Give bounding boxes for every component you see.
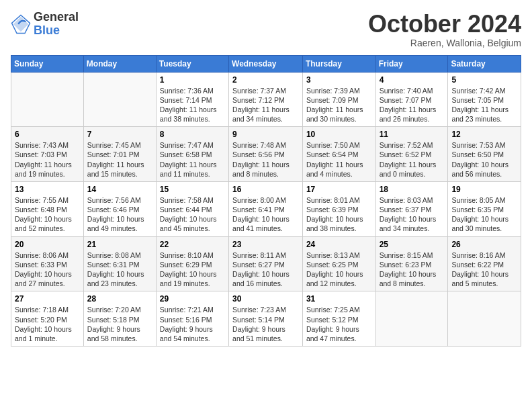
logo: General Blue: [11, 11, 79, 38]
calendar-cell: 2Sunrise: 7:37 AM Sunset: 7:12 PM Daylig…: [229, 72, 303, 127]
day-number: 7: [87, 130, 152, 139]
day-number: 31: [306, 294, 372, 304]
logo-blue: Blue: [34, 24, 79, 38]
day-info: Sunrise: 8:11 AM Sunset: 6:27 PM Dayligh…: [232, 250, 299, 289]
calendar-cell: 24Sunrise: 8:13 AM Sunset: 6:25 PM Dayli…: [302, 236, 375, 291]
calendar-cell: [448, 291, 521, 347]
day-number: 1: [160, 75, 225, 85]
day-number: 27: [15, 294, 80, 304]
calendar-cell: 1Sunrise: 7:36 AM Sunset: 7:14 PM Daylig…: [156, 72, 228, 127]
day-info: Sunrise: 7:20 AM Sunset: 5:18 PM Dayligh…: [87, 305, 152, 343]
day-number: 18: [380, 185, 445, 194]
day-number: 21: [87, 240, 152, 249]
day-number: 28: [87, 294, 152, 304]
day-info: Sunrise: 7:47 AM Sunset: 6:58 PM Dayligh…: [160, 140, 225, 179]
day-number: 24: [306, 240, 372, 249]
calendar-cell: 16Sunrise: 8:00 AM Sunset: 6:41 PM Dayli…: [229, 181, 303, 236]
logo-general: General: [34, 11, 79, 24]
page-header: General Blue October 2024 Raeren, Wallon…: [11, 11, 521, 48]
calendar-cell: 21Sunrise: 8:08 AM Sunset: 6:31 PM Dayli…: [83, 236, 156, 291]
calendar-table: SundayMondayTuesdayWednesdayThursdayFrid…: [11, 55, 521, 347]
day-number: 12: [451, 130, 517, 139]
day-info: Sunrise: 8:05 AM Sunset: 6:35 PM Dayligh…: [451, 195, 517, 234]
day-info: Sunrise: 8:06 AM Sunset: 6:33 PM Dayligh…: [15, 250, 80, 289]
calendar-week-3: 13Sunrise: 7:55 AM Sunset: 6:48 PM Dayli…: [11, 181, 521, 236]
day-info: Sunrise: 7:21 AM Sunset: 5:16 PM Dayligh…: [160, 305, 225, 343]
calendar-cell: 27Sunrise: 7:18 AM Sunset: 5:20 PM Dayli…: [11, 291, 84, 347]
day-number: 19: [451, 185, 517, 194]
day-number: 13: [15, 185, 80, 194]
day-number: 2: [232, 75, 299, 85]
header-monday: Monday: [83, 55, 156, 72]
header-thursday: Thursday: [302, 55, 375, 72]
header-tuesday: Tuesday: [156, 55, 228, 72]
day-info: Sunrise: 7:53 AM Sunset: 6:50 PM Dayligh…: [451, 140, 517, 179]
day-number: 4: [380, 75, 445, 85]
day-info: Sunrise: 7:56 AM Sunset: 6:46 PM Dayligh…: [87, 195, 152, 234]
day-number: 17: [306, 185, 372, 194]
header-wednesday: Wednesday: [229, 55, 303, 72]
calendar-body: 1Sunrise: 7:36 AM Sunset: 7:14 PM Daylig…: [11, 72, 521, 346]
calendar-cell: 28Sunrise: 7:20 AM Sunset: 5:18 PM Dayli…: [83, 291, 156, 347]
calendar-cell: 20Sunrise: 8:06 AM Sunset: 6:33 PM Dayli…: [11, 236, 84, 291]
day-info: Sunrise: 8:10 AM Sunset: 6:29 PM Dayligh…: [160, 250, 225, 289]
calendar-cell: 19Sunrise: 8:05 AM Sunset: 6:35 PM Dayli…: [448, 181, 521, 236]
calendar-cell: [83, 72, 156, 127]
calendar-cell: 31Sunrise: 7:25 AM Sunset: 5:12 PM Dayli…: [302, 291, 375, 347]
day-number: 26: [451, 240, 517, 249]
day-info: Sunrise: 8:03 AM Sunset: 6:37 PM Dayligh…: [380, 195, 445, 234]
day-number: 11: [380, 130, 445, 139]
calendar-header: SundayMondayTuesdayWednesdayThursdayFrid…: [11, 55, 521, 72]
day-number: 8: [160, 130, 225, 139]
calendar-cell: 9Sunrise: 7:48 AM Sunset: 6:56 PM Daylig…: [229, 127, 303, 182]
calendar-cell: 13Sunrise: 7:55 AM Sunset: 6:48 PM Dayli…: [11, 181, 84, 236]
calendar-cell: 6Sunrise: 7:43 AM Sunset: 7:03 PM Daylig…: [11, 127, 84, 182]
day-info: Sunrise: 7:43 AM Sunset: 7:03 PM Dayligh…: [15, 140, 80, 179]
location-subtitle: Raeren, Wallonia, Belgium: [368, 38, 521, 48]
day-number: 30: [232, 294, 299, 304]
day-info: Sunrise: 7:50 AM Sunset: 6:54 PM Dayligh…: [306, 140, 372, 179]
day-number: 6: [15, 130, 80, 139]
calendar-cell: [11, 72, 84, 127]
day-info: Sunrise: 7:18 AM Sunset: 5:20 PM Dayligh…: [15, 305, 80, 343]
calendar-cell: 29Sunrise: 7:21 AM Sunset: 5:16 PM Dayli…: [156, 291, 228, 347]
calendar-cell: 10Sunrise: 7:50 AM Sunset: 6:54 PM Dayli…: [302, 127, 375, 182]
calendar-week-1: 1Sunrise: 7:36 AM Sunset: 7:14 PM Daylig…: [11, 72, 521, 127]
calendar-cell: 23Sunrise: 8:11 AM Sunset: 6:27 PM Dayli…: [229, 236, 303, 291]
calendar-cell: 22Sunrise: 8:10 AM Sunset: 6:29 PM Dayli…: [156, 236, 228, 291]
calendar-cell: 11Sunrise: 7:52 AM Sunset: 6:52 PM Dayli…: [375, 127, 448, 182]
month-title: October 2024: [368, 11, 521, 38]
day-number: 29: [160, 294, 225, 304]
day-info: Sunrise: 7:25 AM Sunset: 5:12 PM Dayligh…: [306, 305, 372, 343]
day-number: 9: [232, 130, 299, 139]
calendar-cell: 30Sunrise: 7:23 AM Sunset: 5:14 PM Dayli…: [229, 291, 303, 347]
day-info: Sunrise: 7:36 AM Sunset: 7:14 PM Dayligh…: [160, 86, 225, 124]
header-friday: Friday: [375, 55, 448, 72]
calendar-cell: 8Sunrise: 7:47 AM Sunset: 6:58 PM Daylig…: [156, 127, 228, 182]
calendar-cell: 12Sunrise: 7:53 AM Sunset: 6:50 PM Dayli…: [448, 127, 521, 182]
calendar-cell: 5Sunrise: 7:42 AM Sunset: 7:05 PM Daylig…: [448, 72, 521, 127]
calendar-cell: 14Sunrise: 7:56 AM Sunset: 6:46 PM Dayli…: [83, 181, 156, 236]
title-block: October 2024 Raeren, Wallonia, Belgium: [368, 11, 521, 48]
day-info: Sunrise: 8:15 AM Sunset: 6:23 PM Dayligh…: [380, 250, 445, 289]
day-info: Sunrise: 7:48 AM Sunset: 6:56 PM Dayligh…: [232, 140, 299, 179]
day-info: Sunrise: 8:00 AM Sunset: 6:41 PM Dayligh…: [232, 195, 299, 234]
calendar-cell: 18Sunrise: 8:03 AM Sunset: 6:37 PM Dayli…: [375, 181, 448, 236]
header-sunday: Sunday: [11, 55, 84, 72]
day-info: Sunrise: 8:01 AM Sunset: 6:39 PM Dayligh…: [306, 195, 372, 234]
day-info: Sunrise: 7:58 AM Sunset: 6:44 PM Dayligh…: [160, 195, 225, 234]
header-saturday: Saturday: [448, 55, 521, 72]
day-info: Sunrise: 7:52 AM Sunset: 6:52 PM Dayligh…: [380, 140, 445, 179]
calendar-week-2: 6Sunrise: 7:43 AM Sunset: 7:03 PM Daylig…: [11, 127, 521, 182]
calendar-cell: 26Sunrise: 8:16 AM Sunset: 6:22 PM Dayli…: [448, 236, 521, 291]
calendar-cell: 3Sunrise: 7:39 AM Sunset: 7:09 PM Daylig…: [302, 72, 375, 127]
logo-icon: [11, 14, 31, 34]
day-info: Sunrise: 7:55 AM Sunset: 6:48 PM Dayligh…: [15, 195, 80, 234]
day-number: 16: [232, 185, 299, 194]
calendar-cell: 25Sunrise: 8:15 AM Sunset: 6:23 PM Dayli…: [375, 236, 448, 291]
day-info: Sunrise: 7:40 AM Sunset: 7:07 PM Dayligh…: [380, 86, 445, 124]
day-info: Sunrise: 7:39 AM Sunset: 7:09 PM Dayligh…: [306, 86, 372, 124]
day-info: Sunrise: 8:13 AM Sunset: 6:25 PM Dayligh…: [306, 250, 372, 289]
header-row: SundayMondayTuesdayWednesdayThursdayFrid…: [11, 55, 521, 72]
day-info: Sunrise: 7:45 AM Sunset: 7:01 PM Dayligh…: [87, 140, 152, 179]
